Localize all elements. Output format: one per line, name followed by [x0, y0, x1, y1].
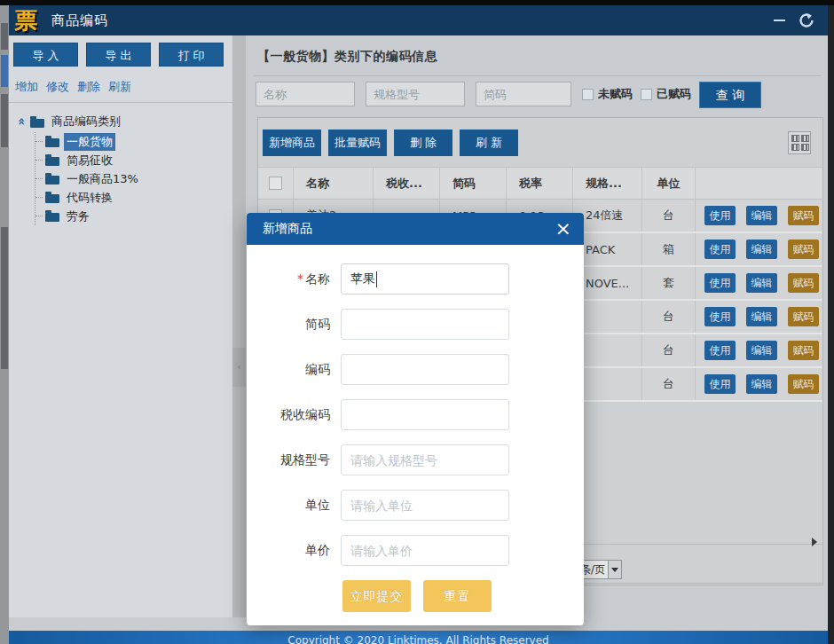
import-button[interactable]: 导 入: [13, 43, 78, 67]
assigned-label: 已赋码: [657, 86, 691, 102]
modal-title: 新增商品: [263, 221, 312, 237]
edit-button[interactable]: 编辑: [746, 206, 777, 225]
tree-item-label[interactable]: 简易征收: [64, 152, 115, 169]
tree-item-simple-levy[interactable]: 简易征收: [35, 151, 232, 169]
tree-modify-link[interactable]: 修改: [46, 79, 69, 95]
tree-item-label[interactable]: 一般商品13%: [64, 170, 141, 188]
background-window-edge: [0, 5, 9, 644]
assign-code-button[interactable]: 赋码: [788, 341, 819, 360]
search-spec-input[interactable]: [366, 82, 465, 106]
edit-button[interactable]: 编辑: [746, 374, 777, 394]
tree-add-link[interactable]: 增加: [15, 79, 38, 95]
title-bar: 票 商品编码: [9, 5, 828, 35]
edit-button[interactable]: 编辑: [746, 273, 777, 293]
unassigned-checkbox-group: 未赋码: [582, 86, 633, 102]
column-settings-icon[interactable]: [788, 131, 811, 154]
tree-item-general-goods[interactable]: 一般货物: [35, 132, 232, 151]
background-fragment: [1, 23, 8, 50]
assign-code-button[interactable]: 赋码: [788, 240, 819, 259]
col-header-shortcode[interactable]: 简码: [440, 168, 507, 199]
panel-splitter[interactable]: ‹: [232, 35, 246, 617]
export-button[interactable]: 导 出: [86, 43, 151, 67]
delete-button[interactable]: 删 除: [394, 130, 452, 156]
tree-item-code-convert[interactable]: 代码转换: [35, 188, 232, 207]
spec-field[interactable]: [341, 444, 509, 475]
modal-header: 新增商品 ×: [247, 213, 584, 245]
name-field-value: 苹果: [350, 271, 375, 287]
edit-button[interactable]: 编辑: [746, 341, 777, 360]
tree-root-node[interactable]: « 商品编码类别: [16, 113, 232, 130]
cell-unit: 台: [642, 368, 696, 400]
tree-delete-link[interactable]: 删除: [77, 79, 100, 95]
use-button[interactable]: 使用: [704, 273, 736, 293]
app-logo: 票: [14, 7, 37, 34]
col-header-unit[interactable]: 单位: [642, 168, 696, 199]
tree-item-labor[interactable]: 劳务: [35, 207, 232, 225]
use-button[interactable]: 使用: [704, 341, 736, 360]
assigned-checkbox[interactable]: [641, 89, 652, 100]
submit-button[interactable]: 立即提交: [342, 580, 411, 612]
assign-code-button[interactable]: 赋码: [788, 206, 819, 225]
batch-assign-button[interactable]: 批量赋码: [328, 130, 387, 156]
cell-unit: 套: [642, 267, 696, 299]
unassigned-checkbox[interactable]: [582, 89, 594, 100]
search-name-input[interactable]: [256, 82, 355, 106]
name-field[interactable]: 苹果: [341, 263, 509, 295]
tree-item-label[interactable]: 代码转换: [64, 189, 115, 207]
field-label-unit: 单位: [247, 498, 330, 514]
print-button[interactable]: 打 印: [159, 43, 224, 67]
edit-button[interactable]: 编辑: [746, 240, 777, 259]
price-field[interactable]: [341, 535, 509, 566]
query-button[interactable]: 查 询: [699, 82, 761, 108]
assign-code-button[interactable]: 赋码: [788, 307, 819, 326]
minimize-icon[interactable]: [774, 20, 785, 21]
folder-icon: [45, 157, 59, 166]
add-product-button[interactable]: 新增商品: [263, 130, 321, 156]
assign-code-button[interactable]: 赋码: [788, 374, 819, 394]
table-header-row: 名称 税收... 简码 税率 规格... 单位: [258, 168, 822, 200]
required-asterisk: *: [297, 271, 303, 286]
col-header-taxrate[interactable]: 税率: [507, 168, 573, 199]
code-field[interactable]: [341, 354, 509, 385]
add-product-modal: 新增商品 × *名称 苹果 简码 编码 税收编码: [247, 213, 584, 625]
unit-field[interactable]: [341, 490, 509, 521]
table-toolbar: 新增商品 批量赋码 删 除 刷 新: [258, 118, 822, 168]
reset-button[interactable]: 重置: [423, 580, 492, 612]
use-button[interactable]: 使用: [704, 206, 736, 225]
copyright-text: Copyright © 2020 Linktimes. All Rights R…: [287, 634, 548, 644]
tree-item-label[interactable]: 劳务: [64, 208, 92, 225]
folder-icon: [45, 138, 59, 147]
dropdown-arrow-icon[interactable]: [608, 561, 621, 578]
edit-button[interactable]: 编辑: [746, 307, 777, 326]
col-header-spec[interactable]: 规格...: [573, 168, 642, 199]
select-all-checkbox[interactable]: [269, 177, 282, 190]
search-shortcode-input[interactable]: [476, 82, 571, 106]
close-icon[interactable]: ×: [555, 219, 571, 239]
field-label-taxcode: 税收编码: [247, 407, 330, 423]
use-button[interactable]: 使用: [704, 240, 736, 259]
tree-refresh-link[interactable]: 刷新: [108, 79, 131, 95]
restore-icon[interactable]: [798, 12, 815, 28]
use-button[interactable]: 使用: [704, 374, 736, 394]
divider: [254, 75, 821, 76]
col-header-taxcode[interactable]: 税收...: [374, 168, 440, 199]
shortcode-field[interactable]: [341, 309, 509, 340]
tree-item-label[interactable]: 一般货物: [64, 133, 115, 151]
collapse-panel-handle[interactable]: ‹: [232, 348, 246, 387]
refresh-button[interactable]: 刷 新: [460, 130, 518, 156]
tree-item-general-13[interactable]: 一般商品13%: [35, 169, 232, 188]
desktop-right-edge: [828, 5, 834, 644]
field-label-name: *名称: [247, 271, 330, 287]
background-fragment: [1, 94, 8, 147]
tree-root-label[interactable]: 商品编码类别: [49, 113, 123, 130]
folder-icon: [45, 213, 59, 222]
taxcode-field[interactable]: [341, 399, 509, 430]
background-fragment: [1, 227, 8, 369]
use-button[interactable]: 使用: [704, 307, 736, 326]
assigned-checkbox-group: 已赋码: [641, 86, 691, 102]
cell-unit: 箱: [642, 233, 696, 265]
field-label-spec: 规格型号: [247, 452, 330, 468]
collapse-icon[interactable]: «: [15, 115, 29, 128]
col-header-name[interactable]: 名称: [294, 168, 374, 199]
assign-code-button[interactable]: 赋码: [788, 273, 819, 293]
